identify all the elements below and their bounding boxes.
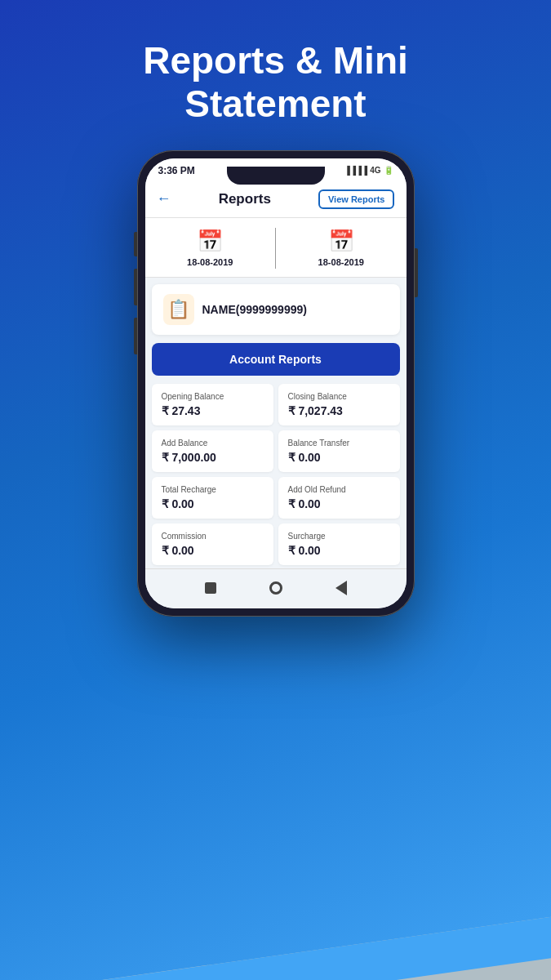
- battery-icon: 🔋: [384, 166, 393, 175]
- back-button[interactable]: ←: [157, 190, 171, 207]
- account-icon: 📋: [163, 294, 194, 325]
- view-reports-button[interactable]: View Reports: [318, 189, 395, 209]
- side-button-left-2: [134, 269, 137, 305]
- network-label: 4G: [370, 166, 380, 175]
- page-title-section: Reports & Mini Statement: [0, 0, 551, 150]
- phone-notch: [227, 167, 325, 185]
- bottom-navigation: [145, 568, 407, 608]
- end-date-picker[interactable]: 📅 18-08-2019: [284, 229, 398, 267]
- account-reports-button[interactable]: Account Reports: [152, 343, 400, 376]
- nav-square-icon: [205, 582, 216, 594]
- stat-label-0: Opening Balance: [162, 392, 264, 401]
- status-icons: ▐▐▐▐ 4G 🔋: [344, 166, 393, 175]
- phone-frame: 3:36 PM ▐▐▐▐ 4G 🔋 ← Reports View Reports…: [137, 150, 415, 617]
- nav-home-button[interactable]: [267, 579, 285, 597]
- phone-screen: 3:36 PM ▐▐▐▐ 4G 🔋 ← Reports View Reports…: [145, 158, 407, 608]
- page-title-line2: Statement: [184, 82, 366, 125]
- side-button-left-1: [134, 232, 137, 256]
- nav-triangle-icon: [335, 581, 347, 595]
- stat-value-6: ₹ 0.00: [162, 544, 264, 557]
- page-title-line1: Reports & Mini: [143, 39, 408, 82]
- stat-add-old-refund: Add Old Refund ₹ 0.00: [278, 477, 400, 519]
- stat-value-0: ₹ 27.43: [162, 404, 264, 417]
- start-date-picker[interactable]: 📅 18-08-2019: [153, 229, 268, 267]
- stat-label-2: Add Balance: [162, 439, 264, 448]
- stat-value-2: ₹ 7,000.00: [162, 451, 264, 464]
- end-date: 18-08-2019: [318, 257, 364, 267]
- phone-wrapper: 3:36 PM ▐▐▐▐ 4G 🔋 ← Reports View Reports…: [0, 150, 551, 617]
- background-stripes: [0, 800, 551, 980]
- side-button-right: [415, 248, 418, 297]
- account-row[interactable]: 📋 NAME(9999999999): [152, 284, 400, 335]
- start-calendar-icon: 📅: [197, 229, 223, 254]
- stat-opening-balance: Opening Balance ₹ 27.43: [152, 384, 273, 425]
- stat-closing-balance: Closing Balance ₹ 7,027.43: [278, 384, 400, 425]
- header-title: Reports: [219, 191, 271, 207]
- stat-value-3: ₹ 0.00: [288, 451, 390, 464]
- stat-commission: Commission ₹ 0.00: [152, 523, 273, 565]
- stat-label-6: Commission: [162, 532, 264, 541]
- stat-value-7: ₹ 0.00: [288, 544, 390, 557]
- nav-square-button[interactable]: [202, 579, 220, 597]
- start-date: 18-08-2019: [187, 257, 233, 267]
- status-time: 3:36 PM: [158, 165, 195, 176]
- side-button-left-3: [134, 318, 137, 354]
- stats-grid: Opening Balance ₹ 27.43 Closing Balance …: [145, 381, 407, 568]
- nav-circle-icon: [269, 581, 282, 595]
- stat-add-balance: Add Balance ₹ 7,000.00: [152, 430, 273, 472]
- stat-label-3: Balance Transfer: [288, 439, 390, 448]
- stat-surcharge: Surcharge ₹ 0.00: [278, 523, 400, 565]
- account-name: NAME(9999999999): [202, 303, 307, 316]
- date-row: 📅 18-08-2019 📅 18-08-2019: [145, 218, 407, 278]
- end-calendar-icon: 📅: [328, 229, 354, 254]
- stat-label-4: Total Recharge: [162, 485, 264, 494]
- stat-balance-transfer: Balance Transfer ₹ 0.00: [278, 430, 400, 472]
- stat-label-5: Add Old Refund: [288, 485, 390, 494]
- app-header: ← Reports View Reports: [145, 181, 407, 218]
- signal-icon: ▐▐▐▐: [344, 166, 367, 175]
- date-divider: [275, 228, 276, 269]
- stat-label-7: Surcharge: [288, 532, 390, 541]
- nav-back-button[interactable]: [332, 579, 350, 597]
- stat-label-1: Closing Balance: [288, 392, 390, 401]
- stat-value-1: ₹ 7,027.43: [288, 404, 390, 417]
- stat-total-recharge: Total Recharge ₹ 0.00: [152, 477, 273, 519]
- stat-value-5: ₹ 0.00: [288, 497, 390, 510]
- stat-value-4: ₹ 0.00: [162, 497, 264, 510]
